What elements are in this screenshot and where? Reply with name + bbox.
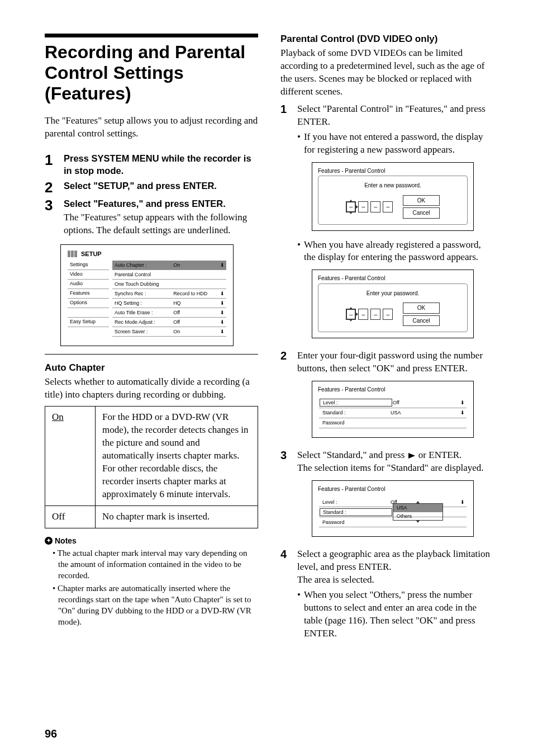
heading-rule xyxy=(45,34,258,37)
menu-row: Standard : USA Others xyxy=(319,507,467,517)
bullet-icon: • xyxy=(297,589,301,640)
step-heading: Select "Features," and press ENTER. xyxy=(64,198,258,210)
auto-chapter-heading: Auto Chapter xyxy=(45,362,258,374)
menu-row: Level :Off⬇ xyxy=(319,398,467,408)
setup-row: HQ Setting :HQ⬇ xyxy=(112,299,226,308)
ok-button: OK xyxy=(403,303,439,314)
digit-input: – xyxy=(346,201,356,212)
pc-menu-dialog: Features - Parental Control Level :Off⬇ … xyxy=(312,381,474,438)
step-number: 2 xyxy=(45,180,57,195)
step-1: 1 Press SYSTEM MENU while the recorder i… xyxy=(45,153,258,177)
step-3: 3 Select "Features," and press ENTER. Th… xyxy=(45,198,258,237)
menu-row: Password xyxy=(319,418,467,428)
parental-control-heading: Parental Control (DVD VIDEO only) xyxy=(280,34,494,45)
setup-title: SETUP xyxy=(81,251,102,257)
right-arrow-icon xyxy=(408,453,415,459)
sidebar-item: Options xyxy=(68,299,109,308)
sidebar-item: Features xyxy=(68,289,109,299)
step-2: 2 Select "SETUP," and press ENTER. xyxy=(45,180,258,195)
pc-step-4: 4 Select a geographic area as the playba… xyxy=(280,548,494,640)
setup-row: Synchro Rec :Record to HDD⬇ xyxy=(112,289,226,299)
step-heading: Press SYSTEM MENU while the recorder is … xyxy=(64,153,258,177)
password-digits: – – – – xyxy=(346,201,393,212)
page-title: Recording and Parental Control Settings … xyxy=(45,42,258,103)
setup-icon xyxy=(68,251,78,257)
digit-input: – xyxy=(370,201,380,212)
password-digits: – – – – xyxy=(346,309,393,320)
dialog-title: Features - Parental Control xyxy=(318,485,468,493)
notes-icon: ✦ xyxy=(45,537,53,545)
bullet-text: When you have already registered a passw… xyxy=(304,239,494,264)
digit-input: – xyxy=(358,201,368,212)
page-number: 96 xyxy=(45,727,57,740)
dialog-message: Enter a new password. xyxy=(324,182,461,190)
sidebar-item: Easy Setup xyxy=(68,318,109,327)
step-number: 3 xyxy=(45,198,57,237)
option-desc: For the HDD or a DVD-RW (VR mode), the r… xyxy=(96,407,258,506)
table-row: Off No chapter mark is inserted. xyxy=(45,505,258,528)
setup-row: Auto Title Erase :Off⬇ xyxy=(112,308,226,318)
step-number: 2 xyxy=(280,349,291,445)
note-item: Chapter marks are automatically inserted… xyxy=(53,583,258,628)
step-number: 4 xyxy=(280,548,291,640)
ok-button: OK xyxy=(403,195,439,206)
intro-text: The "Features" setup allows you to adjus… xyxy=(45,115,258,140)
auto-chapter-desc: Selects whether to automatically divide … xyxy=(45,376,258,401)
notes-heading: ✦ Notes xyxy=(45,536,258,545)
step-number: 1 xyxy=(45,153,57,177)
divider xyxy=(45,354,258,355)
dialog-title: Features - Parental Control xyxy=(318,386,468,394)
dialog-title: Features - Parental Control xyxy=(318,167,468,175)
step-description: The area is selected. xyxy=(297,574,494,587)
setup-row: One Touch Dubbing xyxy=(112,280,226,289)
step-text: Select "Standard," and press or ENTER. xyxy=(297,449,494,462)
bullet-icon: • xyxy=(297,131,301,157)
step-text: Select "Parental Control" in "Features,"… xyxy=(297,103,494,129)
auto-chapter-options-table: On For the HDD or a DVD-RW (VR mode), th… xyxy=(45,406,258,528)
step-text: Enter your four-digit password using the… xyxy=(297,349,494,375)
setup-row: Screen Saver :On⬇ xyxy=(112,327,226,337)
digit-input: – xyxy=(346,309,356,320)
sidebar-item xyxy=(68,308,109,318)
pc-step-3: 3 Select "Standard," and press or ENTER.… xyxy=(280,449,494,545)
setup-options: Auto Chapter :On⬇ Parental Control One T… xyxy=(112,261,226,337)
digit-input: – xyxy=(383,201,393,212)
digit-input: – xyxy=(383,309,393,320)
cancel-button: Cancel xyxy=(403,315,439,327)
setup-screenshot: SETUP Settings Video Audio Features Opti… xyxy=(60,244,234,346)
option-desc: No chapter mark is inserted. xyxy=(96,505,258,528)
menu-row: Standard :USA⬇ xyxy=(319,408,467,418)
setup-row: Parental Control xyxy=(112,270,226,280)
new-password-dialog: Features - Parental Control Enter a new … xyxy=(312,162,474,231)
note-item: The actual chapter mark interval may var… xyxy=(53,547,258,582)
step-text: Select a geographic area as the playback… xyxy=(297,548,494,574)
sidebar-item: Settings xyxy=(68,261,109,270)
sidebar-item: Video xyxy=(68,270,109,280)
setup-row: Auto Chapter :On⬇ xyxy=(112,261,226,270)
dialog-title: Features - Parental Control xyxy=(318,275,468,282)
parental-control-intro: Playback of some DVD VIDEOs can be limit… xyxy=(280,47,494,98)
dropdown-option: Others xyxy=(393,512,442,520)
pc-step-2: 2 Enter your four-digit password using t… xyxy=(280,349,494,445)
standard-dropdown: USA Others xyxy=(393,503,443,520)
table-row: On For the HDD or a DVD-RW (VR mode), th… xyxy=(45,407,258,506)
step-description: The "Features" setup appears with the fo… xyxy=(64,211,258,237)
option-name: On xyxy=(45,407,96,506)
notes-list: The actual chapter mark interval may var… xyxy=(45,547,258,628)
step-number: 3 xyxy=(280,449,291,545)
enter-password-dialog: Features - Parental Control Enter your p… xyxy=(312,270,474,338)
pc-standard-dialog: Features - Parental Control Level :Off⬇ … xyxy=(312,480,474,537)
bullet-text: When you select "Others," press the numb… xyxy=(304,589,494,640)
bullet-icon: • xyxy=(297,239,301,264)
step-number: 1 xyxy=(280,103,291,347)
bullet-text: If you have not entered a password, the … xyxy=(304,131,494,157)
step-description: The selection items for "Standard" are d… xyxy=(297,462,494,475)
dialog-message: Enter your password. xyxy=(324,290,461,297)
setup-row: Rec Mode Adjust :Off⬇ xyxy=(112,318,226,327)
sidebar-item: Audio xyxy=(68,280,109,289)
digit-input: – xyxy=(358,309,368,320)
digit-input: – xyxy=(370,309,380,320)
step-heading: Select "SETUP," and press ENTER. xyxy=(64,180,258,192)
dropdown-option: USA xyxy=(393,504,442,512)
setup-sidebar: Settings Video Audio Features Options Ea… xyxy=(68,261,109,337)
